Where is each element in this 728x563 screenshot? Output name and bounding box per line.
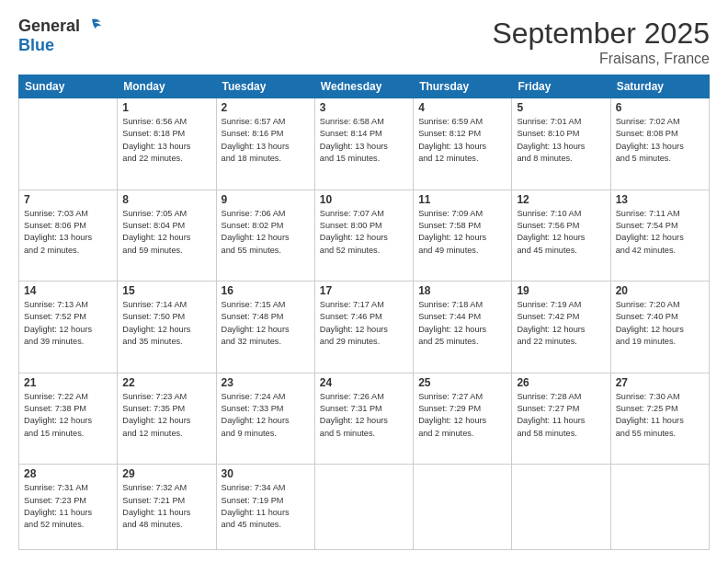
day-info: Sunrise: 7:09 AMSunset: 7:58 PMDaylight:… — [418, 208, 506, 257]
table-row: 9Sunrise: 7:06 AMSunset: 8:02 PMDaylight… — [216, 190, 314, 282]
table-row: 1Sunrise: 6:56 AMSunset: 8:18 PMDaylight… — [118, 98, 216, 190]
logo-blue: Blue — [18, 36, 54, 54]
day-info: Sunrise: 7:13 AMSunset: 7:52 PMDaylight:… — [24, 299, 112, 348]
day-number: 2 — [222, 101, 310, 114]
day-info: Sunrise: 6:59 AMSunset: 8:12 PMDaylight:… — [418, 116, 506, 165]
table-row: 17Sunrise: 7:17 AMSunset: 7:46 PMDayligh… — [314, 282, 413, 373]
table-row: 12Sunrise: 7:10 AMSunset: 7:56 PMDayligh… — [512, 190, 610, 282]
table-row: 13Sunrise: 7:11 AMSunset: 7:54 PMDayligh… — [610, 190, 709, 282]
day-number: 22 — [122, 376, 210, 389]
table-row: 30Sunrise: 7:34 AMSunset: 7:19 PMDayligh… — [216, 465, 314, 550]
location-title: Fraisans, France — [492, 51, 710, 67]
table-row: 15Sunrise: 7:14 AMSunset: 7:50 PMDayligh… — [118, 282, 216, 373]
header-tuesday: Tuesday — [216, 75, 314, 98]
day-info: Sunrise: 7:32 AMSunset: 7:21 PMDaylight:… — [122, 482, 210, 531]
day-number: 29 — [122, 467, 210, 480]
day-number: 6 — [616, 101, 704, 114]
table-row: 23Sunrise: 7:24 AMSunset: 7:33 PMDayligh… — [216, 373, 314, 465]
logo: General Blue — [18, 17, 102, 55]
table-row: 29Sunrise: 7:32 AMSunset: 7:21 PMDayligh… — [118, 465, 216, 550]
day-info: Sunrise: 7:24 AMSunset: 7:33 PMDaylight:… — [222, 391, 310, 440]
day-number: 25 — [418, 376, 506, 389]
table-row: 28Sunrise: 7:31 AMSunset: 7:23 PMDayligh… — [19, 465, 118, 550]
day-info: Sunrise: 7:30 AMSunset: 7:25 PMDaylight:… — [616, 391, 704, 440]
table-row — [610, 465, 709, 550]
day-info: Sunrise: 7:20 AMSunset: 7:40 PMDaylight:… — [616, 299, 704, 348]
day-info: Sunrise: 7:28 AMSunset: 7:27 PMDaylight:… — [517, 391, 605, 440]
day-number: 8 — [122, 193, 210, 206]
header-wednesday: Wednesday — [314, 75, 413, 98]
day-info: Sunrise: 7:27 AMSunset: 7:29 PMDaylight:… — [418, 391, 506, 440]
table-row: 5Sunrise: 7:01 AMSunset: 8:10 PMDaylight… — [512, 98, 610, 190]
day-info: Sunrise: 7:31 AMSunset: 7:23 PMDaylight:… — [24, 482, 112, 531]
day-number: 26 — [517, 376, 605, 389]
header: General Blue September 2025 Fraisans, Fr… — [18, 17, 710, 67]
day-number: 11 — [418, 193, 506, 206]
header-saturday: Saturday — [610, 75, 709, 98]
day-number: 5 — [517, 101, 605, 114]
day-info: Sunrise: 7:01 AMSunset: 8:10 PMDaylight:… — [517, 116, 605, 165]
day-info: Sunrise: 6:57 AMSunset: 8:16 PMDaylight:… — [222, 116, 310, 165]
day-number: 23 — [222, 376, 310, 389]
day-info: Sunrise: 7:10 AMSunset: 7:56 PMDaylight:… — [517, 208, 605, 257]
month-title: September 2025 — [492, 17, 710, 51]
day-number: 7 — [24, 193, 112, 206]
day-info: Sunrise: 7:14 AMSunset: 7:50 PMDaylight:… — [122, 299, 210, 348]
day-info: Sunrise: 7:15 AMSunset: 7:48 PMDaylight:… — [222, 299, 310, 348]
table-row: 22Sunrise: 7:23 AMSunset: 7:35 PMDayligh… — [118, 373, 216, 465]
day-info: Sunrise: 7:02 AMSunset: 8:08 PMDaylight:… — [616, 116, 704, 165]
table-row: 3Sunrise: 6:58 AMSunset: 8:14 PMDaylight… — [314, 98, 413, 190]
day-number: 19 — [517, 284, 605, 297]
table-row: 14Sunrise: 7:13 AMSunset: 7:52 PMDayligh… — [19, 282, 118, 373]
header-sunday: Sunday — [19, 75, 118, 98]
day-info: Sunrise: 7:05 AMSunset: 8:04 PMDaylight:… — [122, 208, 210, 257]
table-row: 6Sunrise: 7:02 AMSunset: 8:08 PMDaylight… — [610, 98, 709, 190]
day-number: 18 — [418, 284, 506, 297]
day-number: 30 — [222, 467, 310, 480]
day-number: 1 — [122, 101, 210, 114]
table-row: 19Sunrise: 7:19 AMSunset: 7:42 PMDayligh… — [512, 282, 610, 373]
table-row — [512, 465, 610, 550]
table-row — [19, 98, 118, 190]
day-info: Sunrise: 7:17 AMSunset: 7:46 PMDaylight:… — [320, 299, 408, 348]
day-number: 21 — [24, 376, 112, 389]
day-info: Sunrise: 7:11 AMSunset: 7:54 PMDaylight:… — [616, 208, 704, 257]
day-number: 13 — [616, 193, 704, 206]
day-info: Sunrise: 7:07 AMSunset: 8:00 PMDaylight:… — [320, 208, 408, 257]
logo-general: General — [18, 17, 80, 36]
table-row: 26Sunrise: 7:28 AMSunset: 7:27 PMDayligh… — [512, 373, 610, 465]
table-row: 25Sunrise: 7:27 AMSunset: 7:29 PMDayligh… — [414, 373, 512, 465]
table-row: 21Sunrise: 7:22 AMSunset: 7:38 PMDayligh… — [19, 373, 118, 465]
day-info: Sunrise: 7:18 AMSunset: 7:44 PMDaylight:… — [418, 299, 506, 348]
day-info: Sunrise: 7:34 AMSunset: 7:19 PMDaylight:… — [222, 482, 310, 531]
header-friday: Friday — [512, 75, 610, 98]
title-block: September 2025 Fraisans, France — [492, 17, 710, 67]
table-row — [414, 465, 512, 550]
day-number: 27 — [616, 376, 704, 389]
day-info: Sunrise: 7:22 AMSunset: 7:38 PMDaylight:… — [24, 391, 112, 440]
table-row: 18Sunrise: 7:18 AMSunset: 7:44 PMDayligh… — [414, 282, 512, 373]
day-number: 17 — [320, 284, 408, 297]
day-info: Sunrise: 7:19 AMSunset: 7:42 PMDaylight:… — [517, 299, 605, 348]
table-row — [314, 465, 413, 550]
table-row: 27Sunrise: 7:30 AMSunset: 7:25 PMDayligh… — [610, 373, 709, 465]
header-monday: Monday — [118, 75, 216, 98]
header-thursday: Thursday — [414, 75, 512, 98]
day-number: 28 — [24, 467, 112, 480]
day-info: Sunrise: 7:26 AMSunset: 7:31 PMDaylight:… — [320, 391, 408, 440]
weekday-header-row: Sunday Monday Tuesday Wednesday Thursday… — [19, 75, 710, 98]
calendar-table: Sunday Monday Tuesday Wednesday Thursday… — [18, 75, 710, 550]
table-row: 8Sunrise: 7:05 AMSunset: 8:04 PMDaylight… — [118, 190, 216, 282]
day-number: 20 — [616, 284, 704, 297]
table-row: 16Sunrise: 7:15 AMSunset: 7:48 PMDayligh… — [216, 282, 314, 373]
logo-bird-icon — [82, 17, 102, 37]
day-number: 12 — [517, 193, 605, 206]
day-number: 14 — [24, 284, 112, 297]
day-number: 4 — [418, 101, 506, 114]
day-number: 15 — [122, 284, 210, 297]
table-row: 20Sunrise: 7:20 AMSunset: 7:40 PMDayligh… — [610, 282, 709, 373]
day-info: Sunrise: 7:03 AMSunset: 8:06 PMDaylight:… — [24, 208, 112, 257]
table-row: 4Sunrise: 6:59 AMSunset: 8:12 PMDaylight… — [414, 98, 512, 190]
day-number: 3 — [320, 101, 408, 114]
day-info: Sunrise: 6:58 AMSunset: 8:14 PMDaylight:… — [320, 116, 408, 165]
